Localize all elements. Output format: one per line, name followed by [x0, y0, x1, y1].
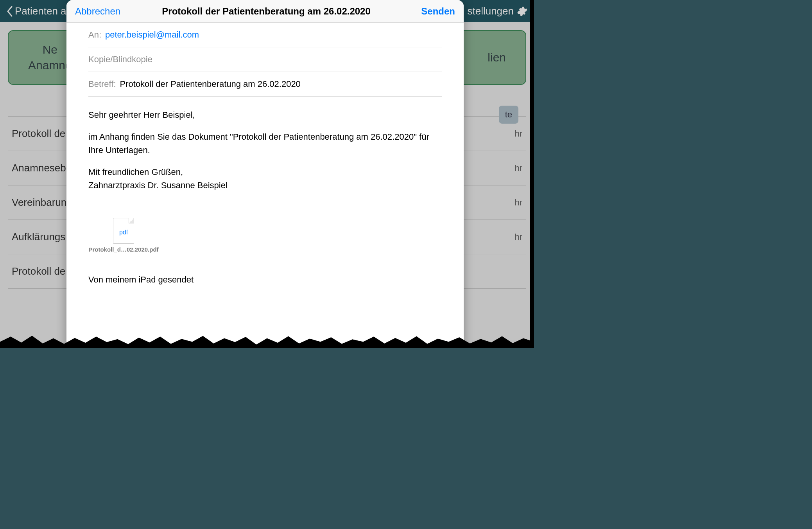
cc-bcc-field[interactable]: Kopie/Blindkopie — [88, 47, 442, 72]
body-closing: Mit freundlichen Grüßen, Zahnarztpraxis … — [88, 166, 442, 192]
right-edge-shadow — [530, 0, 534, 348]
closing-line: Mit freundlichen Grüßen, — [88, 167, 183, 177]
subject-field[interactable]: Betreff: Protokoll der Patientenberatung… — [88, 72, 442, 97]
body-salutation: Sehr geehrter Herr Beispiel, — [88, 108, 442, 122]
signature-line: Zahnarztpraxis Dr. Susanne Beispiel — [88, 180, 228, 190]
to-label: An: — [88, 30, 101, 40]
pdf-icon: pdf — [113, 218, 134, 244]
send-button[interactable]: Senden — [412, 6, 455, 17]
modal-header: Abbrechen Protokoll der Patientenberatun… — [66, 0, 464, 23]
modal-body: An: peter.beispiel@mail.com Kopie/Blindk… — [66, 23, 464, 348]
cancel-button[interactable]: Abbrechen — [75, 6, 120, 17]
email-compose-modal: Abbrechen Protokoll der Patientenberatun… — [66, 0, 464, 348]
modal-title: Protokoll der Patientenberatung am 26.02… — [120, 6, 412, 17]
to-value[interactable]: peter.beispiel@mail.com — [105, 30, 199, 40]
cc-bcc-label: Kopie/Blindkopie — [88, 54, 152, 65]
sent-from-line: Von meinem iPad gesendet — [66, 257, 464, 300]
email-body[interactable]: Sehr geehrter Herr Beispiel, im Anhang f… — [66, 97, 464, 205]
subject-label: Betreff: — [88, 79, 116, 89]
to-field[interactable]: An: peter.beispiel@mail.com — [88, 23, 442, 47]
page-fold-icon — [129, 218, 134, 223]
attachment-ext: pdf — [119, 229, 128, 236]
attachment[interactable]: pdf Protokoll_d…02.2020.pdf — [88, 218, 159, 253]
attachment-filename: Protokoll_d…02.2020.pdf — [88, 246, 159, 253]
body-paragraph: im Anhang finden Sie das Dokument "Proto… — [88, 130, 442, 157]
subject-value[interactable]: Protokoll der Patientenberatung am 26.02… — [120, 79, 301, 89]
